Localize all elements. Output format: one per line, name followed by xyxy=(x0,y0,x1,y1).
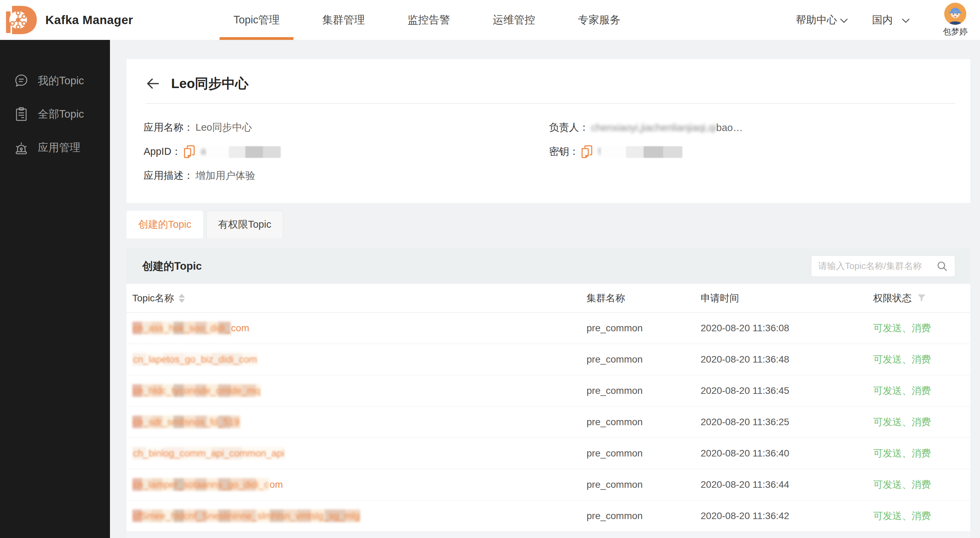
table-row: cfSmee_hldcnf_Sneslininne_slmhtsn_vmtslg… xyxy=(126,501,970,532)
owner-value: chenxiaoyi,jiachenlianjiaqi,qibao… xyxy=(591,122,743,134)
table-row: cn_ass_hsk_soo_didi_com pre_common 2020-… xyxy=(126,313,970,344)
status-cell: 可发送、消费 xyxy=(867,509,970,522)
chevron-down-icon xyxy=(902,18,910,23)
nav-tab-topic-management[interactable]: Topic管理 xyxy=(212,0,301,40)
time-cell: 2020-08-20 11:36:42 xyxy=(695,511,867,522)
field-secret: 密钥： t xyxy=(549,140,970,164)
censored-app-id xyxy=(207,146,281,158)
section-title: 创建的Topic xyxy=(142,259,202,273)
status-cell: 可发送、消费 xyxy=(867,415,970,429)
time-cell: 2020-08-20 11:36:48 xyxy=(695,354,867,365)
nav-tab-cluster-management[interactable]: 集群管理 xyxy=(301,0,386,40)
field-owner: 负责人： chenxiaoyi,jiachenlianjiaqi,qibao… xyxy=(549,116,970,140)
table-footer-strip xyxy=(126,532,970,538)
secret-value: t xyxy=(598,145,682,158)
cluster-cell: pre_common xyxy=(581,354,695,365)
status-cell: 可发送、消费 xyxy=(867,384,970,397)
cluster-cell: pre_common xyxy=(581,511,695,522)
kafka-manager-logo-icon xyxy=(5,4,38,36)
siren-icon xyxy=(13,139,30,156)
app-id-value: a xyxy=(200,145,281,158)
status-cell: 可发送、消费 xyxy=(867,478,970,491)
topic-link[interactable]: cn_sdr_smllsnos_fd_519 xyxy=(132,417,240,428)
table-header-row: Topic名称 集群名称 申请时间 权限状态 xyxy=(126,284,970,313)
cluster-cell: pre_common xyxy=(581,479,695,490)
chat-icon xyxy=(13,73,30,89)
table-row: cn_lapetos_go_biz_didi_com pre_common 20… xyxy=(126,344,970,375)
time-cell: 2020-08-20 11:36:25 xyxy=(695,417,867,428)
sidebar-item-all-topic[interactable]: 全部Topic xyxy=(0,97,110,131)
status-cell: 可发送、消费 xyxy=(867,447,970,460)
topic-link[interactable]: ch_binlog_comm_api_common_api xyxy=(132,448,285,459)
column-header-permission-status: 权限状态 xyxy=(867,292,970,305)
topic-link[interactable]: cfSmee_hldcnf_Sneslininne_slmhtsn_vmtslg… xyxy=(132,511,360,522)
topic-link[interactable]: cn_lamper_sotaanns_go_didi_com xyxy=(132,479,283,490)
user-menu[interactable]: 包梦婷 xyxy=(943,3,967,37)
cluster-cell: pre_common xyxy=(581,385,695,396)
sidebar-item-my-topic[interactable]: 我的Topic xyxy=(0,64,110,97)
table-row: cn_lamper_sotaanns_go_didi_com pre_commo… xyxy=(126,469,970,501)
topic-link[interactable]: cn_ass_hsk_soo_didi_com xyxy=(132,322,249,334)
cluster-cell: pre_common xyxy=(581,448,695,459)
sort-icon[interactable] xyxy=(179,294,185,303)
time-cell: 2020-08-20 11:36:44 xyxy=(695,479,867,490)
time-cell: 2020-08-20 11:36:08 xyxy=(695,322,867,334)
cluster-cell: pre_common xyxy=(581,322,695,334)
censored-secret xyxy=(602,146,682,158)
filter-icon[interactable] xyxy=(917,294,926,303)
app-detail-card: Leo同步中心 应用名称： Leo同步中心 AppID： xyxy=(126,59,970,203)
app-title: Kafka Manager xyxy=(45,13,133,27)
top-navbar: Kafka Manager Topic管理 集群管理 监控告警 运维管控 专家服… xyxy=(0,0,980,40)
nav-tab-ops-control[interactable]: 运维管控 xyxy=(471,0,557,40)
help-center-dropdown[interactable]: 帮助中心 xyxy=(796,13,848,27)
table-section-header: 创建的Topic xyxy=(126,248,970,284)
column-header-cluster-name: 集群名称 xyxy=(581,292,695,305)
topic-tabs: 创建的Topic 有权限Topic xyxy=(126,211,970,238)
search-icon[interactable] xyxy=(936,260,948,272)
tab-authorized-topic[interactable]: 有权限Topic xyxy=(206,211,283,238)
time-cell: 2020-08-20 11:36:45 xyxy=(695,385,867,396)
column-header-apply-time: 申请时间 xyxy=(695,292,867,305)
copy-icon[interactable] xyxy=(183,145,195,158)
table-row: cn_hldc_tyconnde_cmlde_mq pre_common 202… xyxy=(126,375,970,407)
created-topic-table-card: 创建的Topic Topic名称 集群名称 申请时间 权限状态 xyxy=(126,248,970,538)
nav-tab-monitoring-alerts[interactable]: 监控告警 xyxy=(386,0,471,40)
topic-link[interactable]: cn_lapetos_go_biz_didi_com xyxy=(132,354,258,365)
app-desc-value: 增加用户体验 xyxy=(196,169,255,183)
sidebar-item-app-management[interactable]: 应用管理 xyxy=(0,131,110,164)
region-dropdown[interactable]: 国内 xyxy=(872,13,910,27)
status-cell: 可发送、消费 xyxy=(867,322,970,335)
user-name: 包梦婷 xyxy=(943,26,967,37)
page-title: Leo同步中心 xyxy=(171,74,248,93)
field-app-desc: 应用描述： 增加用户体验 xyxy=(144,164,549,188)
search-input[interactable] xyxy=(818,261,936,271)
table-row: ch_binlog_comm_api_common_api pre_common… xyxy=(126,438,970,469)
chevron-down-icon xyxy=(840,18,848,23)
cluster-cell: pre_common xyxy=(581,417,695,428)
topic-link[interactable]: cn_hldc_tyconnde_cmlde_mq xyxy=(132,385,261,396)
app-name-value: Leo同步中心 xyxy=(196,121,252,134)
table-row: cn_sdr_smllsnos_fd_519 pre_common 2020-0… xyxy=(126,407,970,438)
back-arrow-icon[interactable] xyxy=(146,76,161,91)
status-cell: 可发送、消费 xyxy=(867,353,970,366)
time-cell: 2020-08-20 11:36:40 xyxy=(695,448,867,459)
avatar xyxy=(944,3,966,25)
column-header-topic-name: Topic名称 xyxy=(126,292,581,305)
nav-tab-expert-service[interactable]: 专家服务 xyxy=(557,0,642,40)
search-box[interactable] xyxy=(811,255,955,277)
copy-icon[interactable] xyxy=(581,145,593,158)
clipboard-icon xyxy=(13,106,30,123)
main-content: Leo同步中心 应用名称： Leo同步中心 AppID： xyxy=(110,40,980,538)
main-navigation: Topic管理 集群管理 监控告警 运维管控 专家服务 xyxy=(212,0,641,40)
field-app-id: AppID： a xyxy=(144,140,549,164)
tab-created-topic[interactable]: 创建的Topic xyxy=(126,211,203,238)
sidebar: 我的Topic 全部Topic 应用管理 xyxy=(0,40,110,538)
field-app-name: 应用名称： Leo同步中心 xyxy=(144,116,549,140)
